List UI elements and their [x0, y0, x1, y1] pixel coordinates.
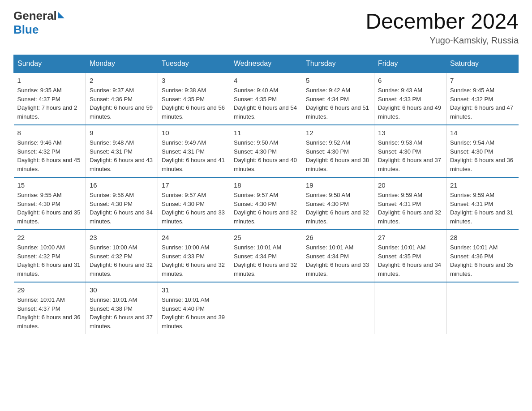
week-row-2: 8 Sunrise: 9:46 AM Sunset: 4:32 PM Dayli… — [14, 125, 519, 177]
day-number: 28 — [450, 234, 515, 241]
day-number: 14 — [450, 129, 515, 137]
day-info: Sunrise: 10:01 AM Sunset: 4:37 PM Daylig… — [17, 295, 82, 330]
calendar-cell: 10 Sunrise: 9:49 AM Sunset: 4:31 PM Dayl… — [158, 125, 230, 177]
calendar-cell: 4 Sunrise: 9:40 AM Sunset: 4:35 PM Dayli… — [230, 73, 302, 125]
calendar-cell — [374, 282, 446, 334]
weekday-header-saturday: Saturday — [446, 55, 519, 73]
day-info: Sunrise: 9:55 AM Sunset: 4:30 PM Dayligh… — [17, 191, 82, 226]
calendar-cell: 5 Sunrise: 9:42 AM Sunset: 4:34 PM Dayli… — [302, 73, 374, 125]
day-number: 30 — [90, 286, 154, 294]
day-info: Sunrise: 9:40 AM Sunset: 4:35 PM Dayligh… — [234, 86, 298, 121]
day-info: Sunrise: 9:37 AM Sunset: 4:36 PM Dayligh… — [90, 86, 154, 121]
calendar-cell: 13 Sunrise: 9:53 AM Sunset: 4:30 PM Dayl… — [374, 125, 446, 177]
day-info: Sunrise: 9:48 AM Sunset: 4:31 PM Dayligh… — [90, 138, 154, 173]
page-header: General Blue December 2024 Yugo-Kamskiy,… — [13, 9, 519, 46]
day-info: Sunrise: 9:49 AM Sunset: 4:31 PM Dayligh… — [162, 138, 226, 173]
calendar-cell — [446, 282, 519, 334]
day-number: 12 — [306, 129, 370, 137]
logo: General Blue — [13, 9, 64, 37]
day-number: 19 — [306, 181, 370, 189]
calendar-body: 1 Sunrise: 9:35 AM Sunset: 4:37 PM Dayli… — [14, 73, 519, 334]
weekday-header-row: SundayMondayTuesdayWednesdayThursdayFrid… — [14, 55, 519, 73]
calendar-cell: 29 Sunrise: 10:01 AM Sunset: 4:37 PM Day… — [14, 282, 86, 334]
logo-general-text: General — [13, 9, 57, 23]
calendar-header: SundayMondayTuesdayWednesdayThursdayFrid… — [14, 55, 519, 73]
calendar-table: SundayMondayTuesdayWednesdayThursdayFrid… — [13, 55, 519, 334]
day-info: Sunrise: 10:00 AM Sunset: 4:32 PM Daylig… — [17, 243, 82, 278]
day-number: 17 — [162, 181, 226, 189]
day-info: Sunrise: 9:59 AM Sunset: 4:31 PM Dayligh… — [378, 191, 442, 226]
day-number: 9 — [90, 129, 154, 137]
day-info: Sunrise: 9:38 AM Sunset: 4:35 PM Dayligh… — [162, 86, 226, 121]
day-number: 1 — [17, 77, 82, 84]
calendar-cell: 26 Sunrise: 10:01 AM Sunset: 4:34 PM Day… — [302, 230, 374, 282]
day-number: 5 — [306, 77, 370, 84]
day-info: Sunrise: 10:00 AM Sunset: 4:32 PM Daylig… — [90, 243, 154, 278]
day-info: Sunrise: 10:01 AM Sunset: 4:38 PM Daylig… — [90, 295, 154, 330]
day-number: 2 — [90, 77, 154, 84]
week-row-5: 29 Sunrise: 10:01 AM Sunset: 4:37 PM Day… — [14, 282, 519, 334]
month-title: December 2024 — [365, 9, 519, 34]
calendar-cell: 23 Sunrise: 10:00 AM Sunset: 4:32 PM Day… — [86, 230, 158, 282]
day-info: Sunrise: 9:42 AM Sunset: 4:34 PM Dayligh… — [306, 86, 370, 121]
day-number: 3 — [162, 77, 226, 84]
day-info: Sunrise: 10:00 AM Sunset: 4:33 PM Daylig… — [162, 243, 226, 278]
calendar-cell: 6 Sunrise: 9:43 AM Sunset: 4:33 PM Dayli… — [374, 73, 446, 125]
day-info: Sunrise: 10:01 AM Sunset: 4:35 PM Daylig… — [378, 243, 442, 278]
day-number: 24 — [162, 234, 226, 241]
weekday-header-tuesday: Tuesday — [158, 55, 230, 73]
calendar-cell: 22 Sunrise: 10:00 AM Sunset: 4:32 PM Day… — [14, 230, 86, 282]
day-info: Sunrise: 10:01 AM Sunset: 4:36 PM Daylig… — [450, 243, 515, 278]
day-info: Sunrise: 9:52 AM Sunset: 4:30 PM Dayligh… — [306, 138, 370, 173]
weekday-header-friday: Friday — [374, 55, 446, 73]
title-section: December 2024 Yugo-Kamskiy, Russia — [365, 9, 519, 46]
day-info: Sunrise: 9:56 AM Sunset: 4:30 PM Dayligh… — [90, 191, 154, 226]
calendar-cell: 2 Sunrise: 9:37 AM Sunset: 4:36 PM Dayli… — [86, 73, 158, 125]
day-info: Sunrise: 9:54 AM Sunset: 4:30 PM Dayligh… — [450, 138, 515, 173]
calendar-cell: 16 Sunrise: 9:56 AM Sunset: 4:30 PM Dayl… — [86, 177, 158, 230]
day-number: 29 — [17, 286, 82, 294]
day-number: 7 — [450, 77, 515, 84]
week-row-3: 15 Sunrise: 9:55 AM Sunset: 4:30 PM Dayl… — [14, 177, 519, 230]
calendar-cell: 7 Sunrise: 9:45 AM Sunset: 4:32 PM Dayli… — [446, 73, 519, 125]
calendar-cell: 17 Sunrise: 9:57 AM Sunset: 4:30 PM Dayl… — [158, 177, 230, 230]
weekday-header-thursday: Thursday — [302, 55, 374, 73]
calendar-cell: 30 Sunrise: 10:01 AM Sunset: 4:38 PM Day… — [86, 282, 158, 334]
day-number: 20 — [378, 181, 442, 189]
day-number: 16 — [90, 181, 154, 189]
calendar-cell: 18 Sunrise: 9:57 AM Sunset: 4:30 PM Dayl… — [230, 177, 302, 230]
day-number: 18 — [234, 181, 298, 189]
weekday-header-wednesday: Wednesday — [230, 55, 302, 73]
day-number: 21 — [450, 181, 515, 189]
day-number: 13 — [378, 129, 442, 137]
calendar-cell: 27 Sunrise: 10:01 AM Sunset: 4:35 PM Day… — [374, 230, 446, 282]
calendar-cell: 24 Sunrise: 10:00 AM Sunset: 4:33 PM Day… — [158, 230, 230, 282]
day-number: 22 — [17, 234, 82, 241]
day-number: 25 — [234, 234, 298, 241]
day-info: Sunrise: 9:58 AM Sunset: 4:30 PM Dayligh… — [306, 191, 370, 226]
day-info: Sunrise: 9:57 AM Sunset: 4:30 PM Dayligh… — [162, 191, 226, 226]
calendar-cell: 15 Sunrise: 9:55 AM Sunset: 4:30 PM Dayl… — [14, 177, 86, 230]
calendar-cell: 28 Sunrise: 10:01 AM Sunset: 4:36 PM Day… — [446, 230, 519, 282]
week-row-1: 1 Sunrise: 9:35 AM Sunset: 4:37 PM Dayli… — [14, 73, 519, 125]
calendar-cell: 19 Sunrise: 9:58 AM Sunset: 4:30 PM Dayl… — [302, 177, 374, 230]
calendar-cell — [230, 282, 302, 334]
weekday-header-sunday: Sunday — [14, 55, 86, 73]
day-info: Sunrise: 10:01 AM Sunset: 4:34 PM Daylig… — [234, 243, 298, 278]
calendar-cell: 20 Sunrise: 9:59 AM Sunset: 4:31 PM Dayl… — [374, 177, 446, 230]
week-row-4: 22 Sunrise: 10:00 AM Sunset: 4:32 PM Day… — [14, 230, 519, 282]
calendar-cell: 14 Sunrise: 9:54 AM Sunset: 4:30 PM Dayl… — [446, 125, 519, 177]
day-number: 26 — [306, 234, 370, 241]
day-number: 23 — [90, 234, 154, 241]
day-number: 27 — [378, 234, 442, 241]
day-info: Sunrise: 9:57 AM Sunset: 4:30 PM Dayligh… — [234, 191, 298, 226]
day-info: Sunrise: 9:50 AM Sunset: 4:30 PM Dayligh… — [234, 138, 298, 173]
calendar-cell — [302, 282, 374, 334]
day-info: Sunrise: 9:35 AM Sunset: 4:37 PM Dayligh… — [17, 86, 82, 121]
day-number: 6 — [378, 77, 442, 84]
logo-arrow-icon — [58, 12, 64, 18]
logo-blue-text: Blue — [13, 23, 39, 37]
calendar-cell: 12 Sunrise: 9:52 AM Sunset: 4:30 PM Dayl… — [302, 125, 374, 177]
day-info: Sunrise: 9:59 AM Sunset: 4:31 PM Dayligh… — [450, 191, 515, 226]
calendar-cell: 31 Sunrise: 10:01 AM Sunset: 4:40 PM Day… — [158, 282, 230, 334]
